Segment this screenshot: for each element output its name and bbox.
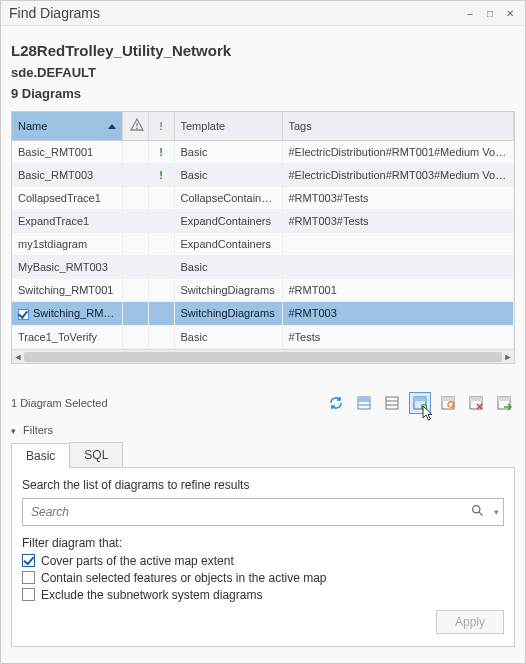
diagram-count: 9 Diagrams: [11, 86, 515, 101]
table-row[interactable]: CollapsedTrace1CollapseContainers#RMT003…: [12, 187, 514, 210]
selection-count: 1 Diagram Selected: [11, 397, 108, 409]
cell-name: ExpandTrace1: [12, 210, 122, 233]
cell-tags: #RMT003: [282, 302, 514, 326]
sort-asc-icon: [108, 124, 116, 129]
cell-name: MyBasic_RMT003: [12, 256, 122, 279]
scroll-left-icon[interactable]: ◄: [13, 352, 23, 362]
cell-name-text: MyBasic_RMT003: [18, 261, 108, 273]
cell-template: Basic: [174, 141, 282, 164]
rows-empty-icon: [384, 395, 400, 411]
filters-toggle[interactable]: ▾ Filters: [11, 424, 515, 436]
filter-contain-checkbox[interactable]: [22, 571, 35, 584]
table-row[interactable]: Switching_RMT001SwitchingDiagrams#RMT001: [12, 279, 514, 302]
col-template[interactable]: Template: [174, 112, 282, 141]
export-diagram-icon: [496, 395, 512, 411]
cell-warning: [122, 325, 148, 348]
table-row[interactable]: my1stdiagramExpandContainers: [12, 233, 514, 256]
col-tags[interactable]: Tags: [282, 112, 514, 141]
filter-contain-label: Contain selected features or objects in …: [41, 571, 327, 585]
svg-rect-17: [498, 397, 510, 401]
cell-name: Basic_RMT001: [12, 141, 122, 164]
search-box: ▾: [22, 498, 504, 526]
refresh-icon: [328, 395, 344, 411]
exclamation-icon: !: [155, 169, 168, 181]
scroll-thumb[interactable]: [24, 352, 502, 362]
scroll-right-icon[interactable]: ►: [503, 352, 513, 362]
select-all-button[interactable]: [353, 392, 375, 414]
cell-flag: !: [148, 164, 174, 187]
apply-button[interactable]: Apply: [436, 610, 504, 634]
filters-label: Filters: [23, 424, 53, 436]
cell-tags: #RMT001: [282, 279, 514, 302]
cell-warning: [122, 302, 148, 326]
cell-warning: [122, 279, 148, 302]
rows-icon: [356, 395, 372, 411]
tab-sql[interactable]: SQL: [69, 442, 123, 467]
cell-template: Basic: [174, 325, 282, 348]
network-name: L28RedTrolley_Utility_Network: [11, 42, 515, 59]
remove-diagram-icon: [468, 395, 484, 411]
add-to-map-button[interactable]: [409, 392, 431, 414]
table-row[interactable]: Switching_RMT003SwitchingDiagrams#RMT003: [12, 302, 514, 326]
svg-rect-15: [470, 397, 482, 401]
cell-name-text: my1stdiagram: [18, 238, 87, 250]
cell-name-text: CollapsedTrace1: [18, 192, 101, 204]
export-diagram-button[interactable]: [493, 392, 515, 414]
cell-flag: [148, 210, 174, 233]
filter-exclude-checkbox[interactable]: [22, 588, 35, 601]
cell-flag: [148, 325, 174, 348]
cell-flag: [148, 302, 174, 326]
cell-warning: [122, 233, 148, 256]
cell-tags: #ElectricDistribution#RMT003#Medium Volt…: [282, 164, 514, 187]
cell-name-text: Basic_RMT003: [18, 169, 93, 181]
cell-flag: [148, 256, 174, 279]
cell-tags: #RMT003#Tests: [282, 210, 514, 233]
filter-cover-checkbox[interactable]: [22, 554, 35, 567]
search-dropdown-icon[interactable]: ▾: [489, 507, 503, 517]
tab-basic[interactable]: Basic: [11, 443, 70, 468]
table-row[interactable]: ExpandTrace1ExpandContainers#RMT003#Test…: [12, 210, 514, 233]
filter-contain-row: Contain selected features or objects in …: [22, 571, 504, 585]
col-flag[interactable]: !: [148, 112, 174, 141]
add-to-map-icon: [412, 395, 428, 411]
table-row[interactable]: Trace1_ToVerifyBasic#Tests: [12, 325, 514, 348]
svg-rect-13: [442, 397, 454, 401]
chevron-down-icon: ▾: [11, 426, 16, 436]
filter-cover-row: Cover parts of the active map extent: [22, 554, 504, 568]
cell-tags: [282, 233, 514, 256]
cell-tags: #Tests: [282, 325, 514, 348]
cell-warning: [122, 187, 148, 210]
window-buttons: – □ ✕: [463, 8, 517, 19]
cell-flag: !: [148, 141, 174, 164]
table-row[interactable]: Basic_RMT003!Basic#ElectricDistribution#…: [12, 164, 514, 187]
window-title: Find Diagrams: [9, 5, 100, 21]
cell-name-text: Switching_RMT001: [18, 284, 113, 296]
svg-point-18: [472, 505, 479, 512]
col-name-label: Name: [18, 120, 47, 132]
cell-template: Basic: [174, 164, 282, 187]
table-row[interactable]: MyBasic_RMT003Basic: [12, 256, 514, 279]
diagrams-table: Name !: [11, 111, 515, 364]
cell-name-text: ExpandTrace1: [18, 215, 89, 227]
cell-flag: [148, 233, 174, 256]
maximize-icon[interactable]: □: [483, 8, 497, 19]
remove-diagram-button[interactable]: [465, 392, 487, 414]
horizontal-scrollbar[interactable]: ◄ ►: [12, 349, 514, 363]
open-diagram-icon: [440, 395, 456, 411]
svg-rect-5: [358, 397, 370, 401]
cell-name-text: Basic_RMT001: [18, 146, 93, 158]
refresh-button[interactable]: [325, 392, 347, 414]
table-row[interactable]: Basic_RMT001!Basic#ElectricDistribution#…: [12, 141, 514, 164]
col-warning[interactable]: [122, 112, 148, 141]
minimize-icon[interactable]: –: [463, 8, 477, 19]
cell-flag: [148, 279, 174, 302]
search-icon[interactable]: [465, 504, 489, 520]
open-diagram-button[interactable]: [437, 392, 459, 414]
search-input[interactable]: [23, 499, 465, 525]
cell-template: CollapseContainers: [174, 187, 282, 210]
warning-icon: [129, 117, 145, 133]
clear-selection-button[interactable]: [381, 392, 403, 414]
col-name[interactable]: Name: [12, 112, 122, 141]
row-checkbox[interactable]: [18, 309, 29, 320]
close-icon[interactable]: ✕: [503, 8, 517, 19]
